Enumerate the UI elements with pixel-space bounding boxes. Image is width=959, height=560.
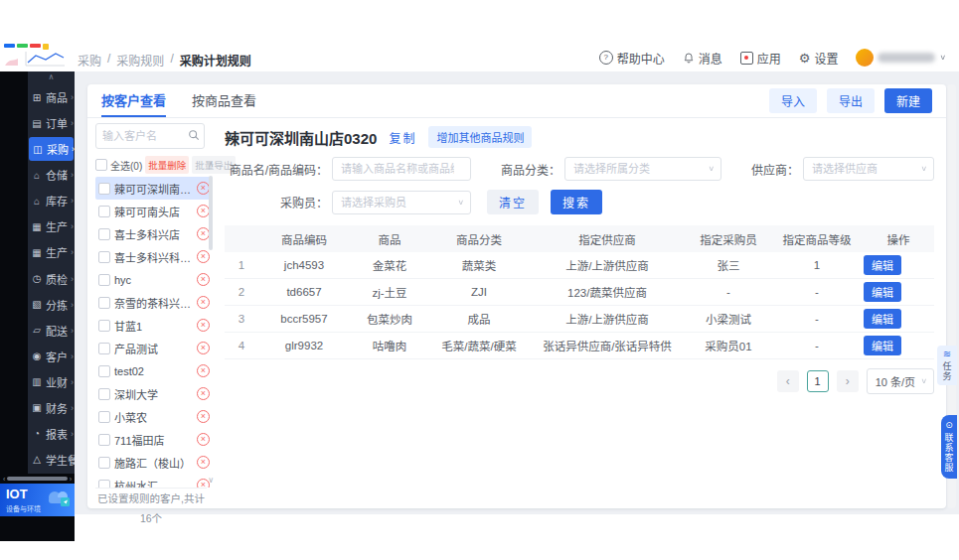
list-scrollbar-thumb[interactable]: [209, 176, 213, 250]
page-size-select[interactable]: 10 条/页 ∨: [867, 368, 934, 394]
tab-by-product[interactable]: 按商品查看: [192, 84, 256, 117]
buyer-select-input[interactable]: [333, 192, 470, 213]
list-scroll-down-icon[interactable]: ∨: [208, 476, 214, 485]
checkbox[interactable]: [98, 434, 110, 446]
remove-customer-icon[interactable]: ×: [197, 273, 210, 286]
task-float-button[interactable]: ≋ 任务: [937, 346, 957, 385]
checkbox[interactable]: [98, 251, 110, 263]
copy-link[interactable]: 复制: [389, 129, 416, 146]
apps[interactable]: 应用: [740, 50, 781, 67]
checkbox[interactable]: [98, 183, 110, 195]
customer-list-item[interactable]: 小菜农×: [95, 405, 213, 428]
sidebar-item-inventory[interactable]: ⌂库存›: [28, 189, 75, 212]
help-center[interactable]: ? 帮助中心: [599, 50, 665, 67]
list-scroll-up-icon[interactable]: ∧: [208, 160, 214, 169]
breadcrumb-purchase-rules[interactable]: 采购规则: [116, 52, 164, 69]
customer-list-item[interactable]: 施路汇（梭山）×: [95, 451, 213, 474]
prev-page-button[interactable]: ‹: [777, 370, 799, 392]
customer-list-item[interactable]: 辣可可南头店×: [95, 200, 213, 222]
product-name-field[interactable]: [332, 157, 471, 181]
import-button[interactable]: 导入: [769, 88, 817, 113]
sidebar-item-orders[interactable]: ▤订单›: [28, 111, 75, 135]
next-page-button[interactable]: ›: [837, 370, 859, 392]
checkbox[interactable]: [98, 228, 110, 240]
checkbox[interactable]: [98, 388, 110, 400]
checkbox[interactable]: [98, 343, 110, 354]
sidebar-item-production-2[interactable]: ▦生产›: [28, 240, 75, 264]
sidebar-item-warehouse[interactable]: ⌂仓储›: [28, 163, 75, 187]
customer-list-item[interactable]: 奈雪的茶科兴1店×: [95, 291, 213, 314]
customer-list-item[interactable]: test02×: [95, 359, 213, 382]
buyer-select[interactable]: ∨: [332, 191, 471, 214]
clear-button[interactable]: 清空: [487, 190, 539, 214]
sidebar-item-reports[interactable]: ◔报表›: [28, 422, 75, 446]
sidebar-item-production-1[interactable]: ▦生产›: [28, 214, 75, 238]
sidebar-item-sorting[interactable]: ▧分拣›: [28, 293, 75, 317]
remove-customer-icon[interactable]: ×: [197, 456, 210, 469]
category-select-input[interactable]: [565, 158, 720, 180]
customer-list-item[interactable]: 喜士多科兴科学园2号1120×: [95, 245, 213, 268]
remove-customer-icon[interactable]: ×: [197, 387, 210, 400]
scrollbar-thumb[interactable]: [7, 477, 67, 481]
edit-button[interactable]: 编辑: [864, 255, 901, 275]
customer-list-item[interactable]: 甘蓝1×: [95, 314, 213, 337]
category-select[interactable]: ∨: [564, 157, 721, 181]
scroll-left-icon[interactable]: ‹: [3, 476, 5, 483]
goods-icon: ⊞: [31, 92, 43, 103]
customer-list-item[interactable]: 喜士多科兴店×: [95, 222, 213, 245]
checkbox[interactable]: [98, 411, 110, 423]
edit-button[interactable]: 编辑: [864, 282, 901, 302]
checkbox[interactable]: [98, 320, 110, 332]
sidebar-horizontal-scrollbar[interactable]: ‹ ›: [0, 475, 75, 483]
sidebar-item-customers[interactable]: ◉客户›: [28, 345, 75, 368]
remove-customer-icon[interactable]: ×: [197, 296, 210, 309]
checkbox[interactable]: [98, 480, 110, 489]
sidebar-scroll-up-icon[interactable]: ∧: [28, 71, 75, 83]
remove-customer-icon[interactable]: ×: [197, 342, 210, 354]
settings[interactable]: ⚙ 设置: [799, 50, 839, 67]
add-other-rule-button[interactable]: 增加其他商品规则: [428, 126, 532, 148]
customer-list-item[interactable]: 711福田店×: [95, 428, 213, 451]
sidebar-item-business-finance[interactable]: ▥业财›: [28, 370, 75, 394]
remove-customer-icon[interactable]: ×: [197, 364, 210, 377]
sidebar-item-quality[interactable]: ◷质检›: [28, 267, 75, 291]
messages[interactable]: 消息: [683, 50, 722, 67]
product-name-input[interactable]: [333, 158, 470, 180]
checkbox[interactable]: [98, 206, 110, 217]
customer-search[interactable]: [95, 123, 205, 149]
customer-list-item[interactable]: 产品测试×: [95, 337, 213, 359]
supplier-select-input[interactable]: [804, 158, 933, 180]
search-button[interactable]: 搜索: [551, 190, 602, 214]
remove-customer-icon[interactable]: ×: [197, 319, 210, 332]
customer-list-item[interactable]: 深圳大学×: [95, 382, 213, 405]
customer-list-item[interactable]: 辣可可深圳南山店0320×: [95, 177, 213, 200]
checkbox[interactable]: [98, 457, 110, 469]
iot-banner[interactable]: IOT 设备与环境: [0, 484, 75, 516]
edit-button[interactable]: 编辑: [864, 336, 901, 355]
sidebar-item-student-meals[interactable]: △学生餐: [28, 448, 75, 472]
sidebar-item-purchase[interactable]: ◫采购›: [29, 137, 74, 161]
checkbox[interactable]: [98, 297, 110, 309]
customer-list-item[interactable]: 杭州水汇×: [95, 474, 213, 488]
customer-list-item[interactable]: hyc×: [95, 268, 213, 291]
checkbox[interactable]: [98, 274, 110, 286]
scroll-right-icon[interactable]: ›: [70, 476, 72, 483]
user-menu[interactable]: ∨: [856, 49, 946, 67]
batch-delete-button[interactable]: 批量删除: [145, 156, 189, 174]
remove-customer-icon[interactable]: ×: [197, 250, 210, 263]
export-button[interactable]: 导出: [827, 88, 875, 113]
contact-service-float-button[interactable]: ⊙ 联系客服: [941, 415, 957, 479]
tab-by-customer[interactable]: 按客户查看: [101, 84, 166, 117]
create-button[interactable]: 新建: [884, 88, 932, 113]
current-page[interactable]: 1: [807, 370, 829, 392]
select-all-checkbox[interactable]: [95, 159, 107, 171]
sidebar-item-finance[interactable]: ▣财务›: [28, 396, 75, 420]
sidebar-item-delivery[interactable]: ▱配送›: [28, 319, 75, 343]
breadcrumb-purchase[interactable]: 采购: [78, 52, 101, 69]
checkbox[interactable]: [98, 365, 110, 377]
remove-customer-icon[interactable]: ×: [197, 433, 210, 446]
supplier-select[interactable]: ∨: [803, 157, 934, 181]
remove-customer-icon[interactable]: ×: [197, 410, 210, 423]
edit-button[interactable]: 编辑: [864, 309, 901, 329]
sidebar-item-goods[interactable]: ⊞商品›: [28, 85, 75, 109]
